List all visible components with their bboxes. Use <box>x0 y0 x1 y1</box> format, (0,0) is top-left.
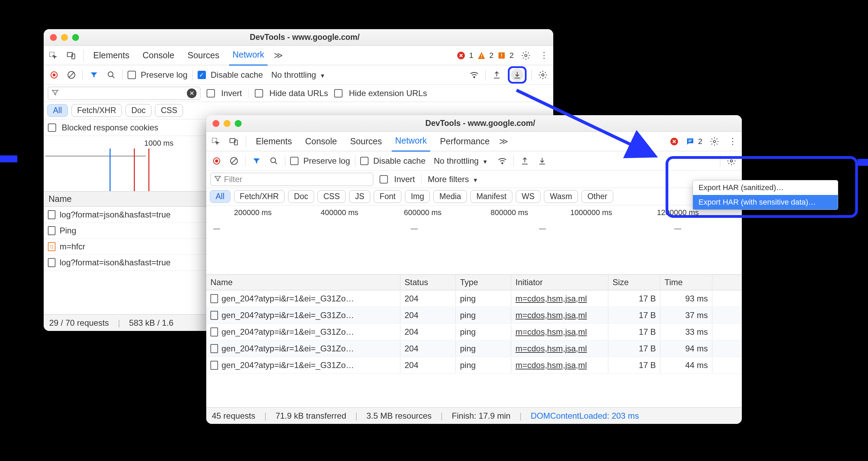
filter-input[interactable]: Filter <box>210 173 373 186</box>
preserve-log-label: Preserve log <box>303 156 350 166</box>
svg-rect-4 <box>481 54 482 57</box>
record-button[interactable] <box>48 69 60 81</box>
col-status[interactable]: Status <box>400 275 456 290</box>
pill-css[interactable]: CSS <box>318 190 346 203</box>
tab-console[interactable]: Console <box>302 132 340 151</box>
minimize-dot[interactable] <box>61 34 68 41</box>
throttling-select[interactable]: No throttling ▼ <box>434 156 488 166</box>
pill-ws[interactable]: WS <box>516 190 540 203</box>
upload-icon[interactable] <box>491 69 503 81</box>
pill-fetch[interactable]: Fetch/XHR <box>71 104 122 117</box>
console-badges[interactable]: 2 <box>670 137 702 146</box>
more-filters-dropdown[interactable]: More filters ▼ <box>428 174 478 184</box>
search-icon[interactable] <box>105 69 118 81</box>
record-button[interactable] <box>210 155 223 167</box>
tab-strip: Elements Console Sources Network Perform… <box>206 132 742 151</box>
request-row[interactable]: gen_204?atyp=i&r=1&ei=_G31Zo… 204pingm=c… <box>206 340 742 357</box>
more-icon[interactable]: ⋮ <box>727 136 738 147</box>
download-icon[interactable] <box>511 69 523 81</box>
search-icon[interactable] <box>268 155 280 167</box>
pill-img[interactable]: Img <box>405 190 430 203</box>
zoom-dot[interactable] <box>72 34 79 41</box>
filter-toggle-icon[interactable] <box>88 69 100 81</box>
export-har-sensitive[interactable]: Export HAR (with sensitive data)… <box>693 195 838 210</box>
hide-ext-checkbox[interactable] <box>334 89 342 97</box>
export-har-sanitized[interactable]: Export HAR (sanitized)… <box>693 180 838 195</box>
upload-icon[interactable] <box>519 155 531 167</box>
more-tabs-icon[interactable]: ≫ <box>499 136 508 146</box>
invert-checkbox[interactable] <box>207 89 215 97</box>
col-time[interactable]: Time <box>660 275 712 290</box>
tab-network[interactable]: Network <box>392 131 431 152</box>
device-icon[interactable] <box>65 50 77 61</box>
wifi-icon[interactable] <box>496 155 509 167</box>
request-row[interactable]: gen_204?atyp=i&r=1&ei=_G31Zo… 204pingm=c… <box>206 307 742 324</box>
col-initiator[interactable]: Initiator <box>511 275 608 290</box>
clear-filter-icon[interactable]: ✕ <box>187 88 197 98</box>
pill-css[interactable]: CSS <box>155 104 183 117</box>
disable-cache-checkbox[interactable] <box>360 157 368 165</box>
network-toolbar: Preserve log ✓ Disable cache No throttli… <box>44 65 553 85</box>
minimize-dot[interactable] <box>224 120 231 127</box>
download-icon[interactable] <box>536 155 548 167</box>
tab-console[interactable]: Console <box>139 46 178 65</box>
more-icon[interactable]: ⋮ <box>538 50 550 61</box>
console-badges[interactable]: 1 2 2 <box>457 51 514 60</box>
close-dot[interactable] <box>50 34 57 41</box>
throttling-select[interactable]: No throttling ▼ <box>271 70 325 80</box>
filter-toggle-icon[interactable] <box>250 155 263 167</box>
pill-media[interactable]: Media <box>433 190 467 203</box>
tab-elements[interactable]: Elements <box>90 46 133 65</box>
clear-button[interactable] <box>65 69 78 81</box>
pill-doc[interactable]: Doc <box>125 104 151 117</box>
doc-icon <box>210 311 218 320</box>
tick: 600000 ms <box>404 208 442 217</box>
col-size[interactable]: Size <box>608 275 660 290</box>
overview-timeline[interactable]: 200000 ms 400000 ms 600000 ms 800000 ms … <box>206 205 742 275</box>
issue-icon <box>497 51 506 60</box>
pill-all[interactable]: All <box>47 104 68 117</box>
request-row[interactable]: gen_204?atyp=i&r=1&ei=_G31Zo… 204pingm=c… <box>206 357 742 374</box>
pill-other[interactable]: Other <box>581 190 613 203</box>
tick: 200000 ms <box>234 208 272 217</box>
settings-icon[interactable] <box>709 136 720 147</box>
disable-cache-checkbox[interactable]: ✓ <box>198 71 206 79</box>
pill-fetch[interactable]: Fetch/XHR <box>234 190 285 203</box>
invert-checkbox[interactable] <box>380 175 388 183</box>
preserve-log-checkbox[interactable] <box>290 157 298 165</box>
request-row[interactable]: gen_204?atyp=i&r=1&ei=_G31Zo… 204pingm=c… <box>206 324 742 340</box>
pill-all[interactable]: All <box>210 190 231 203</box>
pill-js[interactable]: JS <box>349 190 370 203</box>
window-title: DevTools - www.google.com/ <box>83 33 547 42</box>
filter-input[interactable]: ✕ <box>48 87 200 100</box>
pill-wasm[interactable]: Wasm <box>544 190 578 203</box>
preserve-log-checkbox[interactable] <box>128 71 136 79</box>
clear-button[interactable] <box>228 155 240 167</box>
hide-data-checkbox[interactable] <box>255 89 263 97</box>
zoom-dot[interactable] <box>235 120 242 127</box>
window-title: DevTools - www.google.com/ <box>246 119 736 128</box>
pill-doc[interactable]: Doc <box>288 190 314 203</box>
tab-sources[interactable]: Sources <box>184 46 223 65</box>
separator <box>83 50 84 61</box>
chevron-down-icon: ▼ <box>472 177 478 183</box>
close-dot[interactable] <box>212 120 219 127</box>
tab-sources[interactable]: Sources <box>347 132 385 151</box>
tab-performance[interactable]: Performance <box>436 132 493 151</box>
tab-network[interactable]: Network <box>229 45 268 66</box>
more-tabs-icon[interactable]: ≫ <box>274 50 283 60</box>
pill-manifest[interactable]: Manifest <box>470 190 512 203</box>
blocked-cookies-checkbox[interactable] <box>48 123 56 132</box>
network-settings-icon[interactable] <box>725 155 738 167</box>
col-type[interactable]: Type <box>456 275 511 290</box>
inspect-icon[interactable] <box>47 50 59 61</box>
settings-icon[interactable] <box>520 50 532 61</box>
tab-elements[interactable]: Elements <box>252 132 295 151</box>
col-name[interactable]: Name <box>206 275 400 290</box>
pill-font[interactable]: Font <box>374 190 401 203</box>
inspect-icon[interactable] <box>210 136 222 147</box>
network-settings-icon[interactable] <box>537 69 549 81</box>
request-row[interactable]: gen_204?atyp=i&r=1&ei=_G31Zo… 204pingm=c… <box>206 290 742 307</box>
wifi-icon[interactable] <box>468 69 480 81</box>
device-icon[interactable] <box>228 136 240 147</box>
